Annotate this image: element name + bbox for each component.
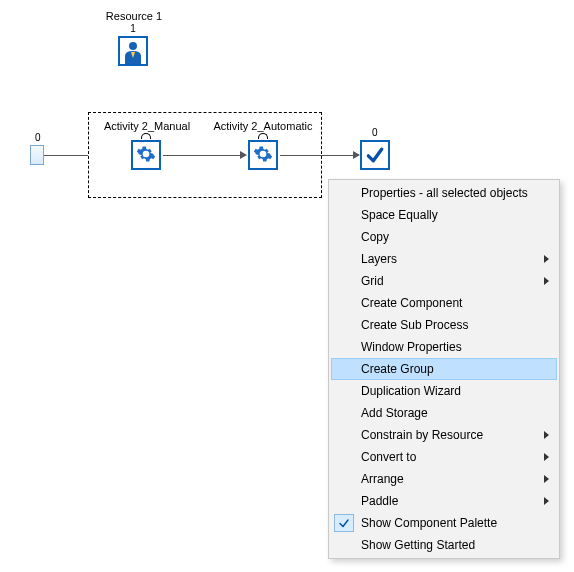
diagram-canvas[interactable]: Resource 1 1 0 Activity 2_Manual Activit…: [0, 0, 574, 572]
menu-item-create-component[interactable]: Create Component: [331, 292, 557, 314]
submenu-arrow-icon: [544, 255, 549, 263]
menu-item-label: Constrain by Resource: [361, 428, 483, 442]
menu-item-label: Show Component Palette: [361, 516, 497, 530]
gear-icon: [253, 144, 273, 167]
queue-icon: [258, 133, 268, 139]
activity-label-1: Activity 2_Manual: [96, 120, 198, 132]
queue-icon: [141, 133, 151, 139]
menu-item-label: Grid: [361, 274, 384, 288]
menu-item-show-getting-started[interactable]: Show Getting Started: [331, 534, 557, 556]
connector-line: [44, 155, 88, 156]
entry-node[interactable]: [30, 145, 44, 165]
menu-item-label: Create Component: [361, 296, 462, 310]
endpoint-node[interactable]: [360, 140, 390, 170]
submenu-arrow-icon: [544, 431, 549, 439]
resource-count: 1: [126, 23, 140, 34]
menu-item-space-equally[interactable]: Space Equally: [331, 204, 557, 226]
menu-item-label: Paddle: [361, 494, 398, 508]
menu-item-label: Convert to: [361, 450, 416, 464]
menu-item-arrange[interactable]: Arrange: [331, 468, 557, 490]
svg-point-0: [129, 42, 137, 50]
menu-item-constrain-by-resource[interactable]: Constrain by Resource: [331, 424, 557, 446]
menu-item-label: Copy: [361, 230, 389, 244]
menu-item-duplication-wizard[interactable]: Duplication Wizard: [331, 380, 557, 402]
menu-item-label: Add Storage: [361, 406, 428, 420]
context-menu: Properties - all selected objectsSpace E…: [328, 179, 560, 559]
entry-count: 0: [35, 132, 41, 143]
menu-item-label: Space Equally: [361, 208, 438, 222]
checkmark-icon: [365, 145, 385, 165]
menu-item-label: Window Properties: [361, 340, 462, 354]
menu-item-label: Show Getting Started: [361, 538, 475, 552]
menu-item-label: Properties - all selected objects: [361, 186, 528, 200]
person-icon: [123, 40, 143, 64]
endpoint-count: 0: [372, 127, 378, 138]
menu-item-create-sub-process[interactable]: Create Sub Process: [331, 314, 557, 336]
submenu-arrow-icon: [544, 453, 549, 461]
gear-icon: [136, 144, 156, 167]
submenu-arrow-icon: [544, 497, 549, 505]
menu-item-label: Create Sub Process: [361, 318, 468, 332]
menu-item-add-storage[interactable]: Add Storage: [331, 402, 557, 424]
activity-label-2: Activity 2_Automatic: [207, 120, 319, 132]
menu-item-create-group[interactable]: Create Group: [331, 358, 557, 380]
submenu-arrow-icon: [544, 475, 549, 483]
menu-item-properties-all-selected-objects[interactable]: Properties - all selected objects: [331, 182, 557, 204]
menu-item-layers[interactable]: Layers: [331, 248, 557, 270]
menu-item-label: Arrange: [361, 472, 404, 486]
resource-icon[interactable]: [118, 36, 148, 66]
resource-label: Resource 1: [100, 10, 168, 22]
menu-item-label: Duplication Wizard: [361, 384, 461, 398]
menu-check-cell: [333, 513, 355, 533]
arrowhead-icon: [240, 151, 247, 159]
menu-item-show-component-palette[interactable]: Show Component Palette: [331, 512, 557, 534]
activity-node-2[interactable]: [248, 140, 278, 170]
activity-node-1[interactable]: [131, 140, 161, 170]
menu-item-copy[interactable]: Copy: [331, 226, 557, 248]
connector-line: [163, 155, 241, 156]
menu-item-window-properties[interactable]: Window Properties: [331, 336, 557, 358]
menu-item-convert-to[interactable]: Convert to: [331, 446, 557, 468]
arrowhead-icon: [353, 151, 360, 159]
menu-item-label: Create Group: [361, 362, 434, 376]
check-icon: [334, 514, 354, 532]
menu-item-label: Layers: [361, 252, 397, 266]
connector-line: [280, 155, 354, 156]
menu-item-paddle[interactable]: Paddle: [331, 490, 557, 512]
menu-item-grid[interactable]: Grid: [331, 270, 557, 292]
submenu-arrow-icon: [544, 277, 549, 285]
